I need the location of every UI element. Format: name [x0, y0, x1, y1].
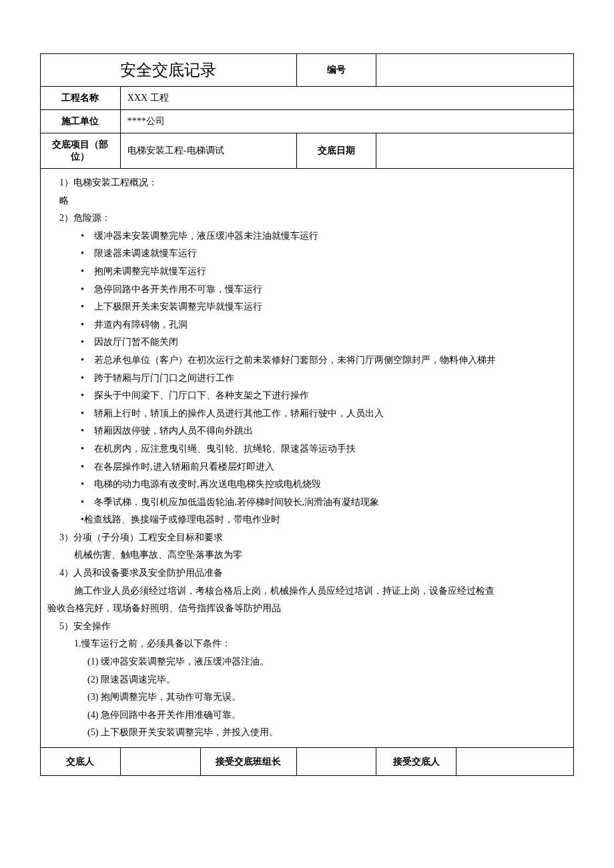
hazard-item: 在机房内，应注意曳引绳、曳引轮、抗绳轮、限速器等运动手扶 [81, 440, 567, 458]
hazard-item: 抱闸未调整完毕就慢车运行 [81, 263, 567, 281]
hazard-item: 限速器未调速就慢车运行 [81, 245, 567, 263]
number-label: 编号 [296, 54, 376, 87]
title-row: 安全交底记录 编号 [41, 54, 574, 87]
section-3-heading: 3）分项（子分项）工程安全目标和要求 [47, 529, 567, 547]
hazard-item: 上下极限开关未安装调整完毕就慢车运行 [81, 298, 567, 316]
disclosure-item-label: 交底项目（部位） [41, 133, 121, 169]
hazard-item: 跨于轿厢与厅门门口之间进行工作 [81, 370, 567, 388]
disclosure-date-label: 交底日期 [296, 133, 376, 169]
team-leader-label: 接受交底班组长 [200, 748, 296, 776]
content-row: 1）电梯安装工程概况： 略 2）危险源： 缓冲器未安装调整完毕，液压缓冲器未注油… [41, 169, 574, 748]
hazard-item: 冬季试梯．曳引机应加低温齿轮油,若停梯时间较长,润滑油有凝结现象 [81, 494, 567, 512]
construction-unit-label: 施工单位 [41, 110, 121, 133]
section-4-body-2: 验收合格完好，现场备好照明、信号指挥设备等防护用品 [47, 600, 567, 618]
hazard-item: 井道内有障碍物，孔洞 [81, 316, 567, 334]
section-5-heading: 5）安全操作 [47, 618, 567, 636]
section-1-body: 略 [47, 192, 567, 210]
section-1-heading: 1）电梯安装工程概况： [47, 174, 567, 192]
team-leader-value [296, 748, 376, 776]
section-4-body-1: 施工作业人员必须经过培训，考核合格后上岗，机械操作人员应经过培训，持证上岗，设备… [47, 582, 567, 600]
hazard-item-last: •检查线路、换接端子或修理电器时，带电作业时 [47, 511, 567, 529]
hazard-item: 缓冲器未安装调整完毕，液压缓冲器未注油就慢车运行 [81, 228, 567, 246]
number-value [376, 54, 574, 87]
discloser-value [120, 748, 200, 776]
hazard-list: 缓冲器未安装调整完毕，液压缓冲器未注油就慢车运行 限速器未调速就慢车运行 抱闸未… [47, 228, 567, 512]
form-title: 安全交底记录 [41, 54, 297, 87]
hazard-item: 电梯的动力电源有改变时,再次送电电梯失控或电机烧毁 [81, 476, 567, 494]
construction-unit-value: ****公司 [120, 110, 573, 133]
section-4-heading: 4）人员和设备要求及安全防护用品准备 [47, 564, 567, 582]
section-5-item: (5) 上下极限开关安装调整完毕，并投入使用。 [47, 724, 567, 742]
content-body: 1）电梯安装工程概况： 略 2）危险源： 缓冲器未安装调整完毕，液压缓冲器未注油… [41, 169, 574, 748]
hazard-item: 因故厅门暂不能关闭 [81, 334, 567, 352]
hazard-item: 在各层操作时,进入轿厢前只看楼层灯即进入 [81, 458, 567, 476]
disclosure-item-row: 交底项目（部位） 电梯安装工程-电梯调试 交底日期 [41, 133, 574, 169]
disclosure-date-value [376, 133, 574, 169]
project-name-row: 工程名称 XXX 工程 [41, 87, 574, 110]
disclosure-item-value: 电梯安装工程-电梯调试 [120, 133, 296, 169]
section-2-heading: 2）危险源： [47, 209, 567, 228]
section-5-item: (2) 限速器调速完毕。 [47, 671, 567, 689]
hazard-item: 若总承包单位（客户）在初次运行之前未装修好门套部分，未将门厅两侧空隙封严，物料伸… [81, 352, 567, 370]
project-name-value: XXX 工程 [120, 87, 573, 110]
hazard-item: 急停回路中各开关作用不可靠，慢车运行 [81, 281, 567, 299]
hazard-item: 轿厢上行时，轿顶上的操作人员进行其他工作，轿厢行驶中，人员出入 [81, 405, 567, 423]
section-5-item: (4) 急停回路中各开关作用准确可靠。 [47, 707, 567, 725]
section-5-subheading: 1.慢车运行之前，必须具备以下条件： [47, 635, 567, 653]
discloser-label: 交底人 [41, 748, 121, 776]
section-5-item: (3) 抱闸调整完毕，其动作可靠无误。 [47, 689, 567, 707]
receiver-label: 接受交底人 [376, 748, 456, 776]
hazard-item: 轿厢因故停驶，轿内人员不得向外跳出 [81, 422, 567, 440]
construction-unit-row: 施工单位 ****公司 [41, 110, 574, 133]
receiver-value [456, 748, 574, 776]
footer-row: 交底人 接受交底班组长 接受交底人 [41, 748, 574, 776]
section-5-item: (1) 缓冲器安装调整完毕，液压缓冲器注油。 [47, 653, 567, 671]
section-3-body: 机械伤害、触电事故、高空坠落事故为零 [47, 546, 567, 564]
safety-disclosure-form: 安全交底记录 编号 工程名称 XXX 工程 施工单位 ****公司 交底项目（部… [40, 53, 574, 776]
project-name-label: 工程名称 [41, 87, 121, 110]
hazard-item: 探头于中间梁下、门厅口下、各种支架之下进行操作 [81, 387, 567, 405]
